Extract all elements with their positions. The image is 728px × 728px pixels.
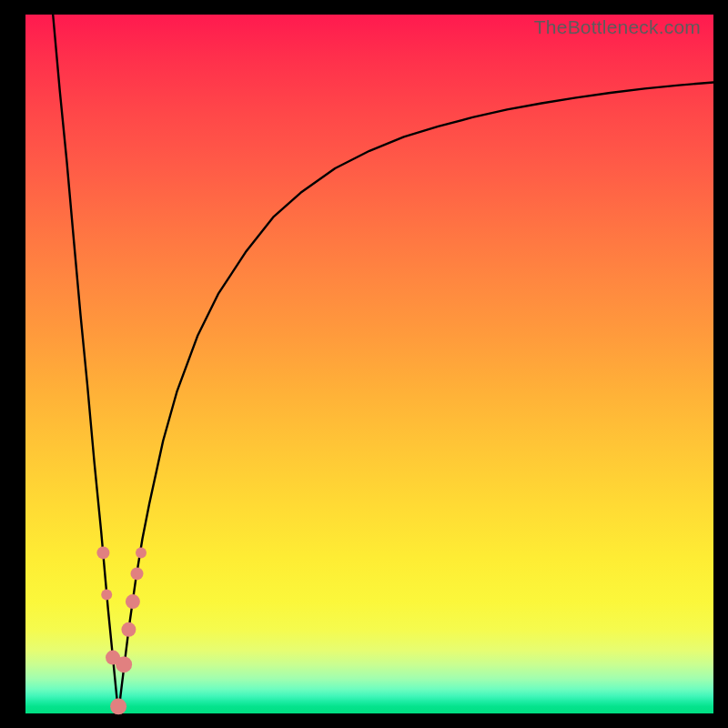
chart-frame: TheBottleneck.com — [0, 0, 728, 728]
highlight-dot — [96, 546, 109, 559]
highlight-dot — [121, 622, 136, 637]
highlight-dot — [126, 594, 140, 609]
highlight-dot — [110, 698, 126, 714]
highlight-dot — [136, 547, 147, 558]
plot-area: TheBottleneck.com — [25, 15, 713, 713]
bottleneck-curve — [25, 15, 713, 713]
highlight-dot — [101, 589, 112, 600]
highlight-dot — [116, 656, 132, 672]
highlight-dot — [131, 567, 144, 580]
watermark-text: TheBottleneck.com — [534, 16, 701, 38]
curve-path — [53, 15, 713, 713]
